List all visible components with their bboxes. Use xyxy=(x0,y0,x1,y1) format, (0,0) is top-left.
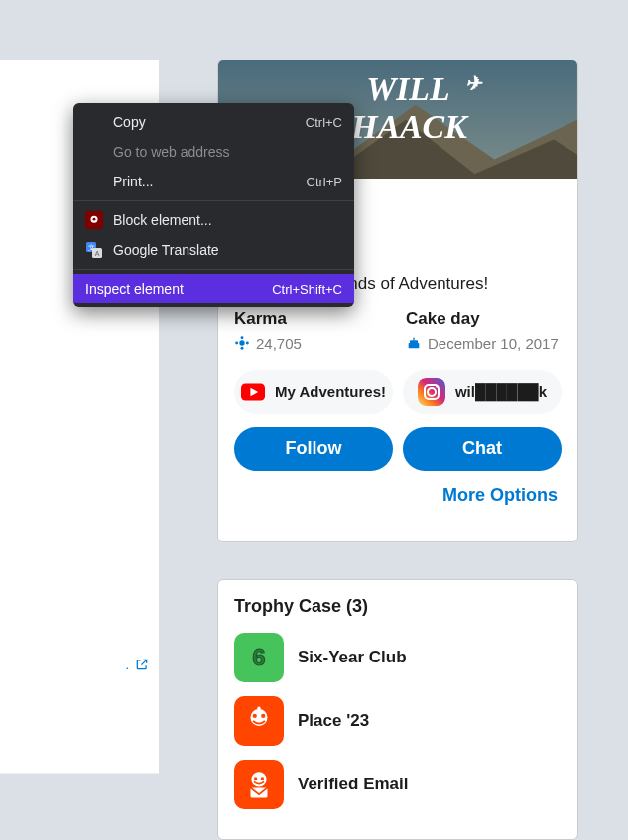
chat-button[interactable]: Chat xyxy=(403,427,562,471)
trophy-name: Place '23 xyxy=(298,711,369,731)
google-translate-icon: 文A xyxy=(85,241,103,259)
left-external-link[interactable]: . xyxy=(0,635,159,694)
ctx-inspect-label: Inspect element xyxy=(85,281,262,297)
stats-row: Karma 24,705 Cake day December 10, 2017 xyxy=(234,309,562,352)
svg-point-7 xyxy=(241,347,244,350)
svg-point-23 xyxy=(257,707,260,710)
external-link-icon xyxy=(135,658,149,671)
svg-text:A: A xyxy=(95,250,100,257)
ctx-copy[interactable]: Copy Ctrl+C xyxy=(73,107,354,137)
banner-text-top: WILL xyxy=(366,70,449,107)
svg-rect-11 xyxy=(410,341,418,344)
ctx-print-shortcut: Ctrl+P xyxy=(307,175,342,189)
more-options-label: More Options xyxy=(442,485,558,505)
trophy-row: 6 Six-Year Club xyxy=(234,633,562,682)
ctx-separator xyxy=(73,269,354,270)
ctx-inspect-shortcut: Ctrl+Shift+C xyxy=(272,282,342,297)
youtube-link-label: My Adventures! xyxy=(275,383,386,400)
svg-point-21 xyxy=(253,714,257,718)
follow-label: Follow xyxy=(286,438,342,459)
left-top-section xyxy=(0,60,159,105)
svg-point-5 xyxy=(239,341,244,346)
svg-point-25 xyxy=(254,777,257,780)
svg-point-6 xyxy=(241,337,244,340)
more-options-link[interactable]: More Options xyxy=(234,485,562,506)
ctx-translate-label: Google Translate xyxy=(113,242,342,258)
instagram-link-label: wil██████k xyxy=(455,383,547,400)
cta-row: Follow Chat xyxy=(234,427,562,471)
cakeday-value: December 10, 2017 xyxy=(428,335,559,352)
ctx-goto-label: Go to web address xyxy=(113,144,342,160)
svg-rect-10 xyxy=(409,343,420,348)
svg-point-18 xyxy=(436,385,439,388)
svg-point-22 xyxy=(261,714,265,718)
svg-text:6: 6 xyxy=(252,644,265,670)
ctx-goto: Go to web address xyxy=(73,137,354,167)
banner-text-bottom: HAACK xyxy=(350,108,469,145)
ctx-block-element[interactable]: Block element... xyxy=(73,205,354,235)
svg-text:文: 文 xyxy=(88,244,95,251)
place23-icon xyxy=(234,696,284,746)
svg-point-8 xyxy=(235,342,238,345)
svg-point-9 xyxy=(246,342,249,345)
ctx-block-label: Block element... xyxy=(113,212,342,228)
cakeday-stat: Cake day December 10, 2017 xyxy=(406,309,562,352)
social-links-row: My Adventures! wil██████k xyxy=(234,370,562,414)
karma-label: Karma xyxy=(234,309,390,329)
karma-stat: Karma 24,705 xyxy=(234,309,390,352)
ctx-separator xyxy=(73,200,354,201)
blank-icon xyxy=(85,173,103,190)
svg-point-29 xyxy=(93,218,96,221)
ublock-icon xyxy=(85,211,103,229)
context-menu: Copy Ctrl+C Go to web address Print... C… xyxy=(73,103,354,307)
trophy-title: Trophy Case (3) xyxy=(234,596,562,617)
instagram-link[interactable]: wil██████k xyxy=(403,370,562,414)
cakeday-label: Cake day xyxy=(406,309,562,329)
six-year-club-icon: 6 xyxy=(234,633,284,682)
trophy-row: Verified Email xyxy=(234,760,562,809)
ctx-inspect-element[interactable]: Inspect element Ctrl+Shift+C xyxy=(73,274,354,303)
trophy-card: Trophy Case (3) 6 Six-Year Club Place '2… xyxy=(217,579,578,840)
chat-label: Chat xyxy=(462,438,502,459)
ctx-print-label: Print... xyxy=(113,174,297,189)
ctx-print[interactable]: Print... Ctrl+P xyxy=(73,167,354,196)
blank-icon xyxy=(85,113,103,131)
blank-icon xyxy=(85,143,103,161)
karma-icon xyxy=(234,335,250,351)
trophy-name: Verified Email xyxy=(298,775,409,794)
karma-value: 24,705 xyxy=(256,335,302,352)
ctx-copy-shortcut: Ctrl+C xyxy=(306,115,342,130)
instagram-icon xyxy=(418,378,445,406)
trophy-row: Place '23 xyxy=(234,696,562,746)
trophy-name: Six-Year Club xyxy=(298,648,407,667)
youtube-icon xyxy=(241,383,265,401)
svg-rect-12 xyxy=(413,338,414,341)
follow-button[interactable]: Follow xyxy=(234,427,393,471)
ctx-copy-label: Copy xyxy=(113,114,296,130)
svg-point-26 xyxy=(261,777,264,780)
verified-email-icon xyxy=(234,760,284,809)
svg-text:✈: ✈ xyxy=(465,72,483,94)
ctx-google-translate[interactable]: 文A Google Translate xyxy=(73,235,354,265)
left-external-label: . xyxy=(125,658,129,672)
youtube-link[interactable]: My Adventures! xyxy=(234,370,393,414)
cake-icon xyxy=(406,335,422,351)
svg-rect-15 xyxy=(418,378,445,406)
